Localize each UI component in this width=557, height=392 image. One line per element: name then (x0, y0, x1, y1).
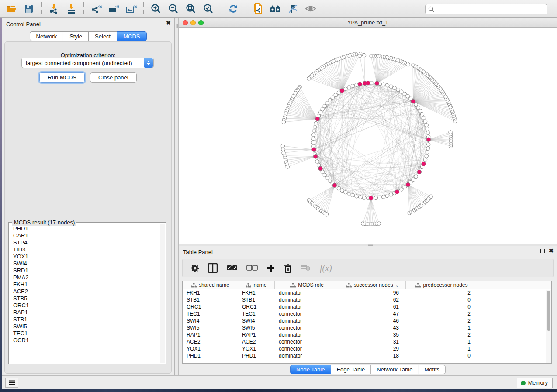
network-node[interactable] (385, 83, 389, 87)
network-node[interactable] (315, 160, 319, 163)
tab-mcds[interactable]: MCDS (117, 31, 146, 41)
close-panel-icon[interactable]: ✖ (549, 249, 554, 253)
network-node[interactable] (370, 81, 374, 85)
mcds-dominator-node[interactable] (358, 82, 362, 86)
network-node[interactable] (318, 111, 322, 114)
network-node[interactable] (382, 195, 385, 199)
network-node[interactable] (423, 120, 427, 123)
close-panel-button[interactable]: Close panel (90, 72, 137, 83)
network-node[interactable] (362, 196, 366, 199)
mcds-dominator-node[interactable] (395, 190, 399, 194)
network-node[interactable] (347, 192, 351, 196)
float-panel-icon[interactable] (158, 21, 162, 25)
mcds-list-scrollbar[interactable] (160, 224, 165, 363)
network-node[interactable] (426, 147, 430, 150)
tab-network-table[interactable]: Network Table (371, 365, 419, 374)
column-header-successor-nodes[interactable]: successor nodes⌄ (339, 281, 406, 289)
table-row[interactable]: RAP1RAP1dominator352 (183, 331, 551, 338)
mcds-dominator-node[interactable] (318, 166, 323, 171)
mcds-result-item[interactable]: ACE2 (10, 288, 159, 295)
zoom-in-icon[interactable] (149, 2, 163, 15)
tab-select[interactable]: Select (89, 31, 117, 41)
export-image-icon[interactable] (124, 2, 138, 15)
network-node[interactable] (325, 101, 329, 105)
network-node[interactable] (358, 196, 362, 199)
network-node[interactable] (426, 150, 429, 154)
mcds-dominator-node[interactable] (313, 155, 318, 159)
network-node[interactable] (406, 94, 409, 98)
network-node[interactable] (414, 103, 418, 106)
mcds-result-item[interactable]: TEC1 (10, 330, 159, 337)
search-input[interactable] (436, 6, 544, 12)
graphics-details-icon[interactable] (286, 2, 300, 15)
network-node[interactable] (311, 141, 315, 144)
close-panel-icon[interactable]: ✖ (166, 21, 171, 25)
mcds-result-list[interactable]: PHD1CAR1STP4TID3YOX1SWI4SRD1PMA2FKH1ACE2… (10, 225, 159, 363)
mcds-dominator-node[interactable] (340, 89, 344, 93)
tab-motifs[interactable]: Motifs (419, 365, 446, 374)
table-row[interactable]: PHD1PHD1dominator180 (183, 352, 551, 359)
network-node[interactable] (355, 195, 358, 198)
leaf-node[interactable] (362, 53, 366, 57)
network-node[interactable] (412, 178, 415, 181)
mcds-dominator-node[interactable] (369, 196, 373, 200)
network-node[interactable] (396, 88, 400, 91)
tab-network[interactable]: Network (29, 31, 63, 41)
mcds-result-item[interactable]: PMA2 (10, 274, 159, 281)
network-node[interactable] (325, 176, 329, 180)
table-settings-icon[interactable] (190, 264, 199, 272)
network-node[interactable] (425, 154, 428, 158)
mcds-result-item[interactable]: STB5 (10, 295, 159, 302)
clone-network-icon[interactable] (251, 2, 265, 15)
leaf-node[interactable] (282, 120, 285, 124)
leaf-node[interactable] (307, 77, 311, 80)
network-window-titlebar[interactable]: YPA_prune.txt_1 (179, 18, 557, 28)
network-node[interactable] (314, 121, 318, 125)
network-node[interactable] (311, 137, 315, 140)
tab-edge-table[interactable]: Edge Table (331, 365, 371, 374)
network-node[interactable] (331, 96, 334, 99)
network-node[interactable] (321, 107, 324, 111)
open-file-icon[interactable] (4, 2, 18, 15)
network-node[interactable] (416, 106, 420, 109)
table-row[interactable]: YOX1YOX1connector291 (183, 345, 551, 352)
network-node[interactable] (323, 104, 326, 108)
network-node[interactable] (312, 129, 316, 133)
panel-splitter-vertical[interactable] (175, 18, 179, 375)
network-node[interactable] (323, 173, 326, 177)
column-layout-icon[interactable] (208, 263, 218, 273)
network-node[interactable] (344, 190, 347, 194)
table-row[interactable]: TEC1TEC1connector472 (183, 310, 551, 317)
export-table-icon[interactable] (107, 2, 121, 15)
table-row[interactable]: ACE2ACE2connector311 (183, 338, 551, 345)
column-header-MCDS-role[interactable]: MCDS role (275, 281, 339, 289)
leaf-node[interactable] (429, 195, 432, 198)
show-hide-eye-icon[interactable] (304, 2, 318, 15)
mcds-result-item[interactable]: RAP1 (10, 309, 159, 316)
network-node[interactable] (389, 85, 393, 88)
network-node[interactable] (340, 189, 344, 192)
network-node[interactable] (414, 175, 418, 178)
leaf-node[interactable] (358, 54, 361, 57)
network-node[interactable] (311, 133, 315, 136)
import-network-icon[interactable] (47, 2, 61, 15)
network-node[interactable] (403, 92, 406, 96)
network-node[interactable] (337, 186, 340, 190)
add-column-icon[interactable] (266, 264, 275, 272)
mcds-dominator-node[interactable] (375, 81, 379, 86)
network-node[interactable] (351, 193, 354, 197)
node-table[interactable]: shared namenameMCDS rolesuccessor nodes⌄… (182, 281, 552, 364)
tab-style[interactable]: Style (63, 31, 89, 41)
column-header-shared-name[interactable]: shared name (183, 281, 238, 289)
network-node[interactable] (378, 196, 381, 199)
mcds-dominator-node[interactable] (315, 117, 320, 121)
zoom-out-icon[interactable] (166, 2, 180, 15)
mcds-result-item[interactable]: STB1 (10, 316, 159, 323)
network-node[interactable] (382, 83, 385, 86)
network-node[interactable] (334, 93, 337, 96)
leaf-node[interactable] (449, 131, 452, 134)
table-row[interactable]: SWI4SWI4dominator462 (183, 317, 551, 324)
network-node[interactable] (385, 194, 389, 197)
network-node[interactable] (347, 86, 351, 89)
column-header-predecessor-nodes[interactable]: predecessor nodes (406, 281, 477, 289)
